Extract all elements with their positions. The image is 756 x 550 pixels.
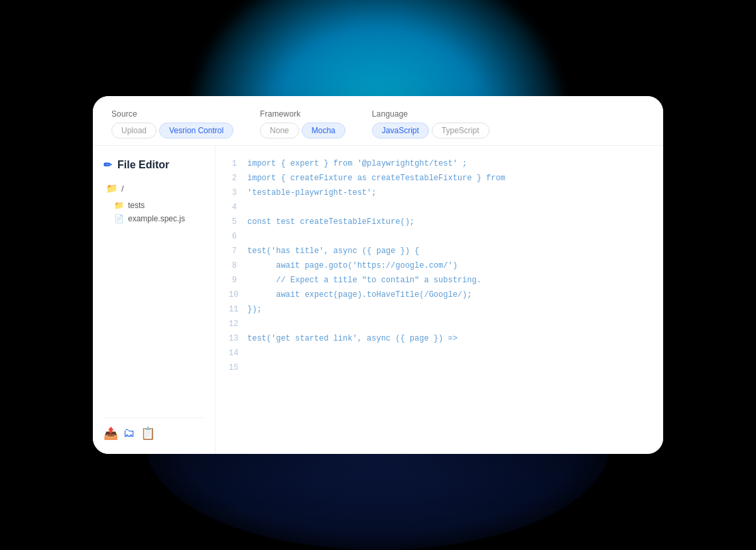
line-number: 9 — [229, 273, 247, 288]
code-line: 9 // Expect a title "to contain" a subst… — [229, 273, 650, 288]
main-card: Source Upload Vesrion Control Framework … — [93, 96, 663, 454]
line-number: 4 — [229, 200, 247, 215]
line-content: test('get started link', async ({ page }… — [247, 331, 458, 346]
code-line: 8 await page.goto('https://google.com/') — [229, 258, 650, 273]
line-number: 15 — [229, 360, 247, 375]
line-number: 7 — [229, 244, 247, 258]
line-number: 1 — [229, 156, 247, 171]
code-line: 3'testable-playwright-test'; — [229, 186, 650, 200]
code-line: 15 — [229, 360, 650, 375]
tests-folder-item[interactable]: 📁 tests — [109, 199, 204, 212]
version-control-button[interactable]: Vesrion Control — [159, 123, 233, 138]
line-number: 5 — [229, 215, 247, 229]
code-line: 6 — [229, 229, 650, 244]
root-folder-icon: 📁 — [106, 183, 117, 193]
line-content: }); — [247, 302, 262, 317]
line-number: 6 — [229, 229, 247, 244]
line-content: import { createFixture as createTestable… — [247, 171, 505, 186]
line-number: 13 — [229, 331, 247, 346]
line-content: await expect(page).toHaveTitle(/Google/)… — [247, 288, 472, 302]
line-number: 10 — [229, 288, 247, 302]
mocha-button[interactable]: Mocha — [302, 123, 346, 138]
file-root: 📁 / — [103, 182, 204, 195]
code-line: 14 — [229, 346, 650, 360]
file-doc-icon: 📄 — [114, 214, 124, 223]
toolbar: Source Upload Vesrion Control Framework … — [93, 96, 663, 146]
code-lines: 1import { expert } from '@playwrightght/… — [229, 156, 650, 375]
framework-group: Framework None Mocha — [260, 109, 346, 145]
code-line: 12 — [229, 317, 650, 331]
typescript-button[interactable]: TypeScript — [432, 123, 489, 138]
main-content: ✏ File Editor 📁 / 📁 tests 📄 example.spec… — [93, 146, 663, 454]
line-number: 8 — [229, 258, 247, 273]
line-content: // Expect a title "to contain" a substri… — [247, 273, 481, 288]
code-line: 11}); — [229, 302, 650, 317]
upload-action-icon[interactable]: 📤 — [103, 426, 118, 441]
root-label: / — [121, 184, 124, 193]
sidebar-actions: 📤 🗂 📋 — [103, 417, 204, 441]
folder-action-icon[interactable]: 🗂 — [123, 426, 135, 441]
language-label: Language — [372, 109, 489, 119]
javascript-button[interactable]: JavaScript — [372, 123, 429, 138]
file-action-icon[interactable]: 📋 — [141, 426, 155, 441]
line-content: 'testable-playwright-test'; — [247, 186, 376, 200]
line-number: 12 — [229, 317, 247, 331]
file-editor-title: File Editor — [117, 159, 169, 171]
code-line: 4 — [229, 200, 650, 215]
code-line: 5const test createTestableFixture(); — [229, 215, 650, 229]
language-group: Language JavaScript TypeScript — [372, 109, 489, 145]
code-line: 10 await expect(page).toHaveTitle(/Googl… — [229, 288, 650, 302]
tests-folder-label: tests — [128, 201, 145, 210]
file-tree: 📁 / 📁 tests 📄 example.spec.js — [103, 182, 204, 417]
code-line: 1import { expert } from '@playwrightght/… — [229, 156, 650, 171]
code-line: 13test('get started link', async ({ page… — [229, 331, 650, 346]
line-number: 11 — [229, 302, 247, 317]
source-group: Source Upload Vesrion Control — [111, 109, 233, 145]
language-buttons: JavaScript TypeScript — [372, 123, 489, 145]
none-button[interactable]: None — [260, 123, 299, 138]
source-buttons: Upload Vesrion Control — [111, 123, 233, 145]
tests-folder-icon: 📁 — [114, 201, 124, 210]
line-content: await page.goto('https://google.com/') — [247, 258, 458, 273]
framework-buttons: None Mocha — [260, 123, 346, 145]
example-spec-file-item[interactable]: 📄 example.spec.js — [109, 212, 204, 225]
code-editor[interactable]: 1import { expert } from '@playwrightght/… — [216, 146, 663, 454]
line-content: import { expert } from '@playwrightght/t… — [247, 156, 467, 171]
code-line: 2import { createFixture as createTestabl… — [229, 171, 650, 186]
source-label: Source — [111, 109, 233, 119]
line-number: 14 — [229, 346, 247, 360]
upload-button[interactable]: Upload — [111, 123, 157, 138]
framework-label: Framework — [260, 109, 346, 119]
code-line: 7test('has title', async ({ page }) { — [229, 244, 650, 258]
sidebar: ✏ File Editor 📁 / 📁 tests 📄 example.spec… — [93, 146, 216, 454]
line-content: test('has title', async ({ page }) { — [247, 244, 419, 258]
sidebar-title: ✏ File Editor — [103, 159, 204, 171]
line-number: 3 — [229, 186, 247, 200]
line-content: const test createTestableFixture(); — [247, 215, 414, 229]
example-spec-label: example.spec.js — [128, 214, 185, 223]
line-number: 2 — [229, 171, 247, 186]
pencil-icon: ✏ — [103, 159, 112, 171]
